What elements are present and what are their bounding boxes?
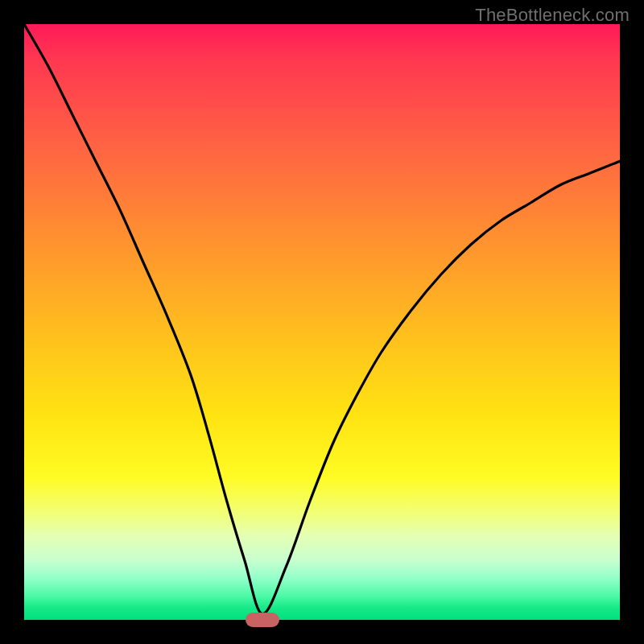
chart-frame: TheBottleneck.com bbox=[0, 0, 644, 644]
plot-area bbox=[24, 24, 620, 620]
watermark-text: TheBottleneck.com bbox=[475, 5, 630, 26]
optimum-marker bbox=[246, 613, 279, 627]
bottleneck-curve bbox=[24, 24, 620, 620]
